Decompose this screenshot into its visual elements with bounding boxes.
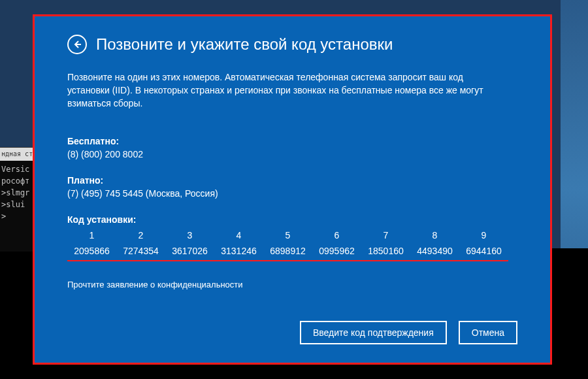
terminal-line: рософт	[1, 175, 37, 187]
code-col-header: 7	[361, 227, 410, 243]
code-col-header: 2	[116, 227, 165, 243]
page-title: Позвоните и укажите свой код установки	[96, 35, 393, 54]
code-col-header: 9	[459, 227, 508, 243]
code-col-header: 8	[410, 227, 459, 243]
free-label: Бесплатно:	[67, 136, 517, 146]
enter-confirmation-code-button[interactable]: Введите код подтверждения	[300, 321, 447, 344]
code-value: 7274354	[116, 243, 165, 259]
free-number: (8) (800) 200 8002	[67, 149, 517, 159]
terminal-line: Versic	[1, 163, 37, 175]
code-col-header: 1	[67, 227, 116, 243]
code-value: 3131246	[214, 243, 263, 259]
code-col-header: 4	[214, 227, 263, 243]
code-value: 6944160	[459, 243, 508, 259]
back-button[interactable]	[67, 35, 87, 54]
code-value: 6898912	[263, 243, 312, 259]
privacy-link[interactable]: Прочтите заявление о конфиденциальности	[67, 280, 243, 289]
code-value: 4493490	[410, 243, 459, 259]
code-col-header: 5	[263, 227, 312, 243]
cancel-button[interactable]: Отмена	[459, 321, 517, 344]
install-code-label: Код установки:	[67, 214, 517, 225]
code-value: 1850160	[361, 243, 410, 259]
paid-number: (7) (495) 745 5445 (Москва, Россия)	[67, 188, 517, 199]
code-value: 0995962	[312, 243, 361, 259]
install-code-header-row: 1 2 3 4 5 6 7 8 9	[67, 227, 517, 243]
terminal-line: >	[1, 210, 37, 222]
instruction-text: Позвоните на один из этих номеров. Автом…	[67, 71, 492, 110]
install-code-value-row: 2095866 7274354 3617026 3131246 6898912 …	[67, 243, 508, 261]
terminal-title: ндная ст	[0, 148, 37, 161]
terminal-line: >slmgr	[1, 187, 37, 199]
code-value: 2095866	[67, 243, 116, 259]
terminal-line: >slui	[1, 199, 37, 210]
dialog-buttons: Введите код подтверждения Отмена	[300, 321, 517, 344]
arrow-left-icon	[73, 40, 82, 49]
activation-dialog: Позвоните и укажите свой код установки П…	[33, 14, 552, 365]
terminal-window: ндная ст Versic рософт >slmgr >slui >	[0, 147, 37, 252]
install-code-section: Код установки: 1 2 3 4 5 6 7 8 9 2095866…	[67, 214, 517, 261]
paid-label: Платно:	[67, 175, 517, 186]
code-col-header: 6	[312, 227, 361, 243]
code-value: 3617026	[165, 243, 214, 259]
code-col-header: 3	[165, 227, 214, 243]
dialog-header: Позвоните и укажите свой код установки	[67, 35, 517, 54]
